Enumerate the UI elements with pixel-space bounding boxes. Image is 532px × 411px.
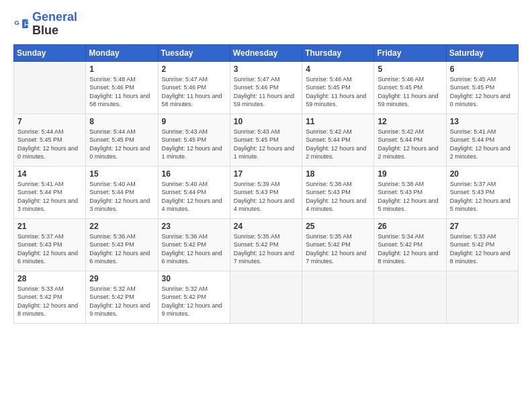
day-number: 4 <box>306 64 370 74</box>
day-number: 17 <box>234 169 298 179</box>
calendar-day-cell: 25 Sunrise: 5:35 AM Sunset: 5:42 PM Dayl… <box>302 218 374 271</box>
weekday-header: Thursday <box>302 44 374 61</box>
logo-icon: G <box>13 16 30 32</box>
calendar-day-cell: 15 Sunrise: 5:40 AM Sunset: 5:44 PM Dayl… <box>86 166 158 218</box>
day-number: 9 <box>162 117 226 126</box>
calendar-day-cell: 24 Sunrise: 5:35 AM Sunset: 5:42 PM Dayl… <box>230 218 302 271</box>
day-info: Sunrise: 5:34 AM Sunset: 5:42 PM Dayligh… <box>378 232 442 266</box>
calendar-day-cell <box>230 271 302 323</box>
day-info: Sunrise: 5:41 AM Sunset: 5:44 PM Dayligh… <box>450 128 515 161</box>
day-info: Sunrise: 5:32 AM Sunset: 5:42 PM Dayligh… <box>89 285 154 318</box>
day-number: 27 <box>450 222 515 231</box>
day-number: 12 <box>378 117 442 126</box>
day-info: Sunrise: 5:46 AM Sunset: 5:45 PM Dayligh… <box>378 75 442 109</box>
day-info: Sunrise: 5:44 AM Sunset: 5:45 PM Dayligh… <box>17 128 82 161</box>
svg-text:G: G <box>14 19 19 26</box>
calendar-day-cell: 3 Sunrise: 5:47 AM Sunset: 5:46 PM Dayli… <box>230 61 302 113</box>
day-info: Sunrise: 5:46 AM Sunset: 5:45 PM Dayligh… <box>306 75 370 109</box>
calendar-day-cell: 22 Sunrise: 5:36 AM Sunset: 5:43 PM Dayl… <box>86 218 158 271</box>
day-number: 24 <box>234 222 298 231</box>
day-number: 30 <box>162 274 226 283</box>
day-info: Sunrise: 5:45 AM Sunset: 5:45 PM Dayligh… <box>450 75 515 109</box>
day-info: Sunrise: 5:36 AM Sunset: 5:42 PM Dayligh… <box>162 232 226 266</box>
weekday-header: Saturday <box>446 44 518 61</box>
day-number: 11 <box>306 117 370 126</box>
weekday-header: Monday <box>86 44 158 61</box>
day-info: Sunrise: 5:42 AM Sunset: 5:44 PM Dayligh… <box>306 128 370 161</box>
calendar-week-row: 7 Sunrise: 5:44 AM Sunset: 5:45 PM Dayli… <box>14 113 519 166</box>
calendar-day-cell: 14 Sunrise: 5:41 AM Sunset: 5:44 PM Dayl… <box>14 166 86 218</box>
day-info: Sunrise: 5:33 AM Sunset: 5:42 PM Dayligh… <box>450 232 515 266</box>
day-number: 28 <box>17 274 82 283</box>
weekday-header: Wednesday <box>230 44 302 61</box>
calendar-day-cell: 4 Sunrise: 5:46 AM Sunset: 5:45 PM Dayli… <box>302 61 374 113</box>
calendar-week-row: 14 Sunrise: 5:41 AM Sunset: 5:44 PM Dayl… <box>14 166 519 218</box>
day-number: 20 <box>450 169 515 179</box>
day-info: Sunrise: 5:33 AM Sunset: 5:42 PM Dayligh… <box>17 285 82 318</box>
day-number: 10 <box>234 117 298 126</box>
day-number: 2 <box>162 64 226 74</box>
calendar-day-cell: 26 Sunrise: 5:34 AM Sunset: 5:42 PM Dayl… <box>374 218 446 271</box>
weekday-header: Tuesday <box>158 44 230 61</box>
calendar-day-cell: 18 Sunrise: 5:38 AM Sunset: 5:43 PM Dayl… <box>302 166 374 218</box>
calendar-day-cell: 28 Sunrise: 5:33 AM Sunset: 5:42 PM Dayl… <box>14 271 86 323</box>
day-number: 14 <box>17 169 82 179</box>
day-info: Sunrise: 5:41 AM Sunset: 5:44 PM Dayligh… <box>17 180 82 214</box>
day-info: Sunrise: 5:36 AM Sunset: 5:43 PM Dayligh… <box>89 232 154 266</box>
day-info: Sunrise: 5:48 AM Sunset: 5:46 PM Dayligh… <box>89 75 154 109</box>
page-header: G GeneralBlue <box>13 11 519 38</box>
logo: G GeneralBlue <box>13 11 77 38</box>
day-number: 18 <box>306 169 370 179</box>
calendar-day-cell: 12 Sunrise: 5:42 AM Sunset: 5:44 PM Dayl… <box>374 113 446 166</box>
calendar-day-cell <box>302 271 374 323</box>
calendar-day-cell: 9 Sunrise: 5:43 AM Sunset: 5:45 PM Dayli… <box>158 113 230 166</box>
day-info: Sunrise: 5:35 AM Sunset: 5:42 PM Dayligh… <box>306 232 370 266</box>
day-number: 16 <box>162 169 226 179</box>
calendar-day-cell: 11 Sunrise: 5:42 AM Sunset: 5:44 PM Dayl… <box>302 113 374 166</box>
calendar-day-cell <box>14 61 86 113</box>
calendar-day-cell: 2 Sunrise: 5:47 AM Sunset: 5:46 PM Dayli… <box>158 61 230 113</box>
calendar-day-cell <box>374 271 446 323</box>
calendar-day-cell: 8 Sunrise: 5:44 AM Sunset: 5:45 PM Dayli… <box>86 113 158 166</box>
calendar-day-cell: 6 Sunrise: 5:45 AM Sunset: 5:45 PM Dayli… <box>446 61 518 113</box>
day-number: 7 <box>17 117 82 126</box>
calendar-day-cell: 20 Sunrise: 5:37 AM Sunset: 5:43 PM Dayl… <box>446 166 518 218</box>
day-number: 19 <box>378 169 442 179</box>
day-number: 15 <box>89 169 154 179</box>
day-number: 1 <box>89 64 154 74</box>
calendar-day-cell: 27 Sunrise: 5:33 AM Sunset: 5:42 PM Dayl… <box>446 218 518 271</box>
day-info: Sunrise: 5:40 AM Sunset: 5:44 PM Dayligh… <box>162 180 226 214</box>
weekday-header-row: SundayMondayTuesdayWednesdayThursdayFrid… <box>14 44 519 61</box>
day-number: 26 <box>378 222 442 231</box>
day-number: 22 <box>89 222 154 231</box>
day-info: Sunrise: 5:32 AM Sunset: 5:42 PM Dayligh… <box>162 285 226 318</box>
day-number: 29 <box>89 274 154 283</box>
calendar-day-cell: 5 Sunrise: 5:46 AM Sunset: 5:45 PM Dayli… <box>374 61 446 113</box>
weekday-header: Sunday <box>14 44 86 61</box>
day-info: Sunrise: 5:44 AM Sunset: 5:45 PM Dayligh… <box>89 128 154 161</box>
day-number: 5 <box>378 64 442 74</box>
day-number: 8 <box>89 117 154 126</box>
calendar-week-row: 21 Sunrise: 5:37 AM Sunset: 5:43 PM Dayl… <box>14 218 519 271</box>
day-number: 13 <box>450 117 515 126</box>
calendar-day-cell: 17 Sunrise: 5:39 AM Sunset: 5:43 PM Dayl… <box>230 166 302 218</box>
weekday-header: Friday <box>374 44 446 61</box>
day-number: 21 <box>17 222 82 231</box>
day-info: Sunrise: 5:37 AM Sunset: 5:43 PM Dayligh… <box>450 180 515 214</box>
day-info: Sunrise: 5:40 AM Sunset: 5:44 PM Dayligh… <box>89 180 154 214</box>
day-number: 25 <box>306 222 370 231</box>
day-info: Sunrise: 5:35 AM Sunset: 5:42 PM Dayligh… <box>234 232 298 266</box>
day-number: 6 <box>450 64 515 74</box>
day-info: Sunrise: 5:43 AM Sunset: 5:45 PM Dayligh… <box>162 128 226 161</box>
calendar-table: SundayMondayTuesdayWednesdayThursdayFrid… <box>13 44 519 324</box>
day-info: Sunrise: 5:47 AM Sunset: 5:46 PM Dayligh… <box>234 75 298 109</box>
calendar-day-cell: 21 Sunrise: 5:37 AM Sunset: 5:43 PM Dayl… <box>14 218 86 271</box>
day-info: Sunrise: 5:47 AM Sunset: 5:46 PM Dayligh… <box>162 75 226 109</box>
day-info: Sunrise: 5:42 AM Sunset: 5:44 PM Dayligh… <box>378 128 442 161</box>
calendar-day-cell: 30 Sunrise: 5:32 AM Sunset: 5:42 PM Dayl… <box>158 271 230 323</box>
calendar-day-cell: 29 Sunrise: 5:32 AM Sunset: 5:42 PM Dayl… <box>86 271 158 323</box>
calendar-day-cell: 23 Sunrise: 5:36 AM Sunset: 5:42 PM Dayl… <box>158 218 230 271</box>
calendar-day-cell: 16 Sunrise: 5:40 AM Sunset: 5:44 PM Dayl… <box>158 166 230 218</box>
day-info: Sunrise: 5:37 AM Sunset: 5:43 PM Dayligh… <box>17 232 82 266</box>
calendar-day-cell: 7 Sunrise: 5:44 AM Sunset: 5:45 PM Dayli… <box>14 113 86 166</box>
